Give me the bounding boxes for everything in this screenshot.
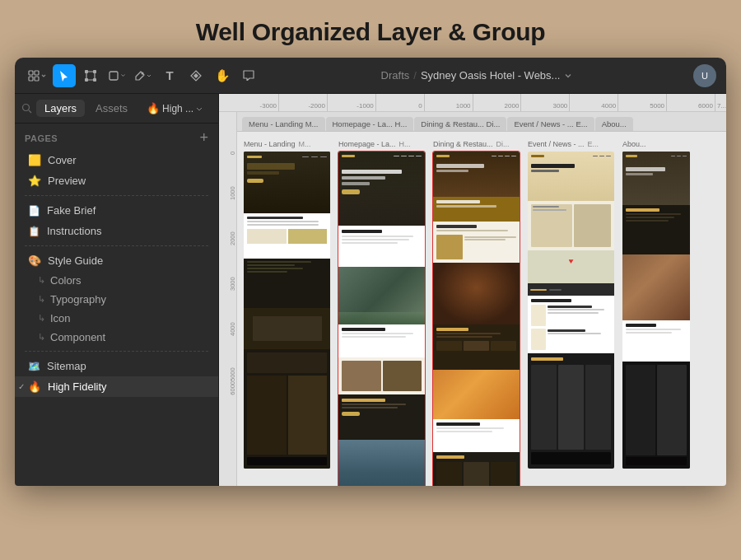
ruler-left: 0 1000 2000 3000 4000 5000 6000 (219, 112, 237, 486)
add-page-btn[interactable]: + (199, 130, 208, 145)
svg-rect-6 (93, 70, 96, 73)
breadcrumb-dropdown-icon[interactable] (564, 72, 572, 80)
page-item-preview[interactable]: ⭐ Preview (15, 170, 218, 191)
canvas-scroll-area[interactable]: Menu - Landing M... Homepage - La... H..… (237, 112, 726, 486)
layers-panel: Layers Assets 🔥 High ... (15, 94, 219, 486)
select-tool-btn[interactable] (53, 64, 76, 87)
frame-group-events: Event / News - ... E... (528, 140, 614, 478)
frame-label-events: Event / News - ... (528, 140, 585, 148)
svg-point-11 (23, 105, 30, 111)
page-tab-menu[interactable]: Menu - Landing M... (242, 117, 325, 131)
tab-assets[interactable]: Assets (87, 100, 136, 117)
page-tab-events[interactable]: Event / News - ... E... (507, 117, 594, 131)
toolbar: T ✋ Drafts / Sydney Oasi (15, 58, 726, 94)
ruler-top: -3000 -2000 -1000 0 1000 2000 3000 4000 … (219, 94, 726, 112)
shape-tool-btn[interactable] (105, 64, 128, 87)
breadcrumb-project[interactable]: Sydney Oasis Hotel - Webs... (421, 69, 561, 82)
tab-layers[interactable]: Layers (36, 100, 85, 117)
page-item-style-guide[interactable]: 🎨 Style Guide (15, 250, 218, 271)
svg-line-12 (29, 110, 31, 113)
frame-menu-landing[interactable] (244, 152, 330, 469)
page-tab-about[interactable]: Abou... (595, 117, 633, 131)
frame-about[interactable] (622, 152, 690, 469)
pen-tool-btn[interactable] (132, 64, 155, 87)
page-item-fake-brief[interactable]: 📄 Fake Brief (15, 200, 218, 221)
tab-high-fidelity[interactable]: 🔥 High ... (140, 100, 209, 117)
page-item-high-fidelity[interactable]: ✓ 🔥 High Fidelity (15, 376, 218, 397)
pages-label: Pages (25, 133, 58, 143)
frame-label-dining: Dining & Restau... (433, 140, 493, 148)
svg-rect-9 (110, 72, 118, 80)
page-item-instructions[interactable]: 📋 Instructions (15, 221, 218, 241)
frame-label-about: Abou... (622, 140, 646, 148)
page-item-component[interactable]: ↳ Component (15, 328, 218, 347)
frame-group-dining: Dining & Restau... Di... (433, 140, 520, 478)
frame-group-about: Abou... (622, 140, 690, 478)
hand-tool-btn[interactable]: ✋ (211, 64, 234, 87)
page-item-sitemap[interactable]: 🗺️ Sitemap (15, 356, 218, 376)
page-tab-homepage[interactable]: Homepage - La... H... (326, 117, 414, 131)
page-item-icon[interactable]: ↳ Icon (15, 309, 218, 328)
frame-group-menu: Menu - Landing M... (244, 140, 330, 478)
breadcrumb-separator: / (413, 69, 417, 82)
canvas-area: -3000 -2000 -1000 0 1000 2000 3000 4000 … (219, 94, 726, 486)
transform-tool-btn[interactable] (79, 64, 102, 87)
page-item-typography[interactable]: ↳ Typography (15, 290, 218, 309)
frame-label-homepage: Homepage - La... (338, 140, 396, 148)
frame-homepage[interactable] (338, 152, 425, 486)
page-tab-dining[interactable]: Dining & Restau... Di... (414, 117, 506, 131)
breadcrumb-drafts[interactable]: Drafts (381, 69, 410, 82)
frame-label-menu-landing: Menu - Landing (244, 140, 296, 148)
page-title: Well Organized Layer & Group (0, 0, 741, 58)
comment-tool-btn[interactable] (237, 64, 260, 87)
svg-rect-5 (85, 70, 88, 73)
svg-rect-8 (93, 78, 96, 82)
component-tool-btn[interactable] (184, 64, 207, 87)
layers-search-icon[interactable] (21, 103, 32, 114)
svg-rect-0 (29, 71, 33, 75)
page-item-colors[interactable]: ↳ Colors (15, 271, 218, 290)
svg-rect-3 (35, 77, 39, 81)
svg-rect-7 (85, 78, 88, 82)
svg-rect-2 (29, 77, 33, 81)
page-item-cover[interactable]: 🟨 Cover (15, 150, 218, 170)
app-window: T ✋ Drafts / Sydney Oasi (15, 58, 726, 486)
frame-group-homepage: Homepage - La... H... (338, 140, 425, 478)
text-tool-btn[interactable]: T (158, 64, 181, 87)
grid-tool-btn[interactable] (25, 64, 49, 87)
svg-rect-1 (35, 71, 39, 75)
frame-events[interactable] (528, 152, 614, 469)
svg-point-10 (142, 72, 144, 75)
frame-dining[interactable] (433, 152, 520, 486)
